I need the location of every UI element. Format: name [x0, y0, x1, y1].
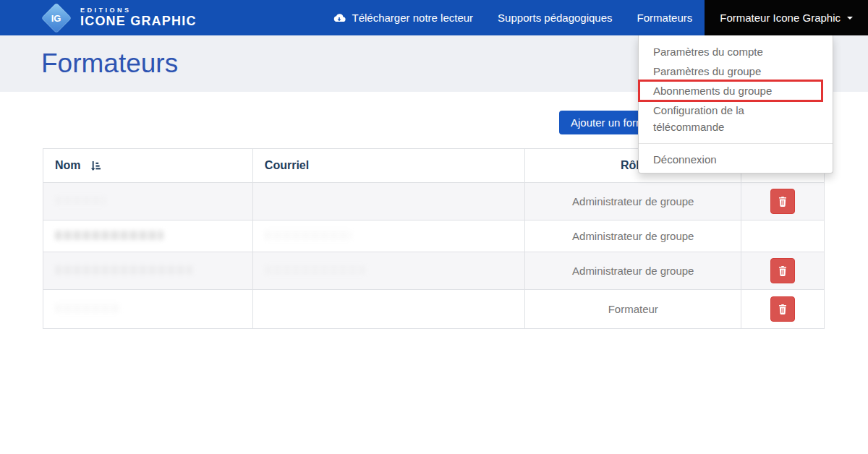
delete-button[interactable] — [770, 258, 795, 283]
redacted-email — [265, 231, 352, 240]
trash-icon — [778, 266, 787, 276]
formateurs-table: Nom Courriel Rôle Administrateur — [43, 148, 825, 329]
cell-role: Administrateur de groupe — [525, 252, 741, 290]
nav-item-label: Supports pédagogiques — [498, 12, 612, 24]
cell-nom — [43, 290, 253, 329]
sort-icon — [90, 160, 101, 171]
menu-divider — [639, 143, 833, 144]
column-header-label: Courriel — [265, 159, 309, 171]
delete-button[interactable] — [770, 296, 795, 322]
user-dropdown-toggle[interactable]: Formateur Icone Graphic — [705, 0, 868, 35]
cell-nom — [43, 252, 253, 290]
delete-button[interactable] — [770, 189, 795, 214]
menu-item-parametres-compte[interactable]: Paramètres du compte — [639, 42, 833, 61]
brand-logo[interactable]: IG EDITIONS ICONE GRAPHIC — [41, 0, 197, 35]
redacted-name — [55, 265, 192, 275]
cell-role: Administrateur de groupe — [525, 220, 741, 252]
menu-item-configuration-telecommande[interactable]: Configuration de la télécommande — [639, 100, 833, 137]
cell-courriel — [252, 183, 525, 220]
cell-role: Administrateur de groupe — [525, 183, 741, 220]
logo-initials: IG — [51, 12, 61, 23]
redacted-name — [55, 304, 120, 313]
table-row: Administrateur de groupe — [43, 220, 825, 252]
nav-item-supports-pedagogiques[interactable]: Supports pédagogiques — [485, 0, 624, 35]
menu-item-deconnexion[interactable]: Déconnexion — [639, 150, 833, 169]
nav-item-label: Formateurs — [637, 12, 693, 24]
redacted-name — [55, 196, 106, 205]
logo-diamond-icon: IG — [41, 2, 72, 33]
nav-item-download-reader[interactable]: Télécharger notre lecteur — [320, 0, 486, 35]
brand-text: EDITIONS ICONE GRAPHIC — [80, 7, 197, 29]
cell-actions — [741, 183, 825, 220]
trash-icon — [778, 197, 787, 207]
nav-item-label: Télécharger notre lecteur — [352, 12, 474, 24]
nav-item-label: Formateur Icone Graphic — [720, 12, 841, 24]
column-header-label: Nom — [55, 159, 81, 171]
cell-nom — [43, 183, 253, 220]
menu-item-parametres-groupe[interactable]: Paramètres du groupe — [639, 61, 833, 81]
cell-actions — [741, 290, 825, 329]
user-dropdown-menu: Paramètres du compte Paramètres du group… — [638, 35, 833, 174]
table-row: Formateur — [43, 290, 825, 329]
nav-item-formateurs[interactable]: Formateurs — [625, 0, 705, 35]
cloud-download-icon — [333, 13, 346, 23]
menu-item-abonnements-groupe[interactable]: Abonnements du groupe — [639, 81, 833, 100]
column-header-nom[interactable]: Nom — [43, 149, 253, 183]
cell-role: Formateur — [525, 290, 741, 329]
cell-courriel — [252, 290, 525, 329]
nav-menu: Télécharger notre lecteur Supports pédag… — [320, 0, 868, 35]
navbar: IG EDITIONS ICONE GRAPHIC Télécharger no… — [0, 0, 868, 35]
cell-courriel — [252, 252, 525, 290]
redacted-email — [265, 265, 366, 275]
page-title: Formateurs — [41, 48, 178, 79]
menu-item-label: Abonnements du groupe — [653, 85, 772, 97]
cell-actions — [741, 220, 825, 252]
table-row: Administrateur de groupe — [43, 252, 825, 290]
brand-name-label: ICONE GRAPHIC — [80, 14, 197, 29]
caret-down-icon — [847, 17, 853, 20]
cell-actions — [741, 252, 825, 290]
trash-icon — [778, 304, 787, 314]
redacted-name — [55, 231, 163, 240]
cell-nom — [43, 220, 253, 252]
table-row: Administrateur de groupe — [43, 183, 825, 220]
cell-courriel — [252, 220, 525, 252]
column-header-courriel[interactable]: Courriel — [252, 149, 525, 183]
